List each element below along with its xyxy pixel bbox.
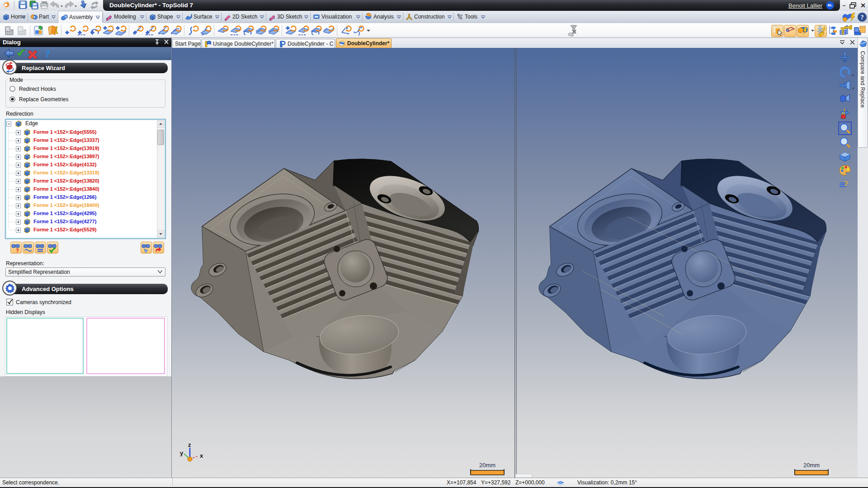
- svg-text:y: y: [180, 450, 184, 456]
- svg-text:?: ?: [860, 14, 864, 21]
- svg-text:z: z: [188, 441, 191, 448]
- svg-text:20mm: 20mm: [479, 462, 495, 469]
- svg-text:20mm: 20mm: [803, 462, 820, 469]
- svg-text:?: ?: [45, 48, 50, 59]
- svg-text:?: ?: [844, 179, 848, 188]
- svg-text:?: ?: [16, 248, 19, 253]
- svg-text:x: x: [200, 452, 203, 459]
